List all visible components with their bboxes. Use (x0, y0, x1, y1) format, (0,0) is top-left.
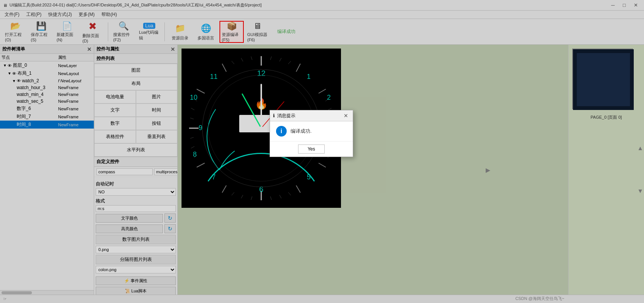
resource-icon: 📁 (174, 23, 186, 35)
compile-button[interactable]: 📦 资源编译(F5) (219, 21, 244, 43)
widget-grid: 图层 布局 电池电量 图片 文字 时间 数字 按钮 表格控件 垂直列表 水平列表 (94, 64, 177, 157)
text-color-button[interactable]: 文字颜色 (96, 214, 163, 223)
modal-titlebar: ℹ 消息提示 ✕ (270, 110, 353, 121)
resource-label: 资源目录 (172, 35, 188, 41)
auto-timer-row: NO (96, 188, 176, 196)
left-panel-close[interactable]: ✕ (87, 46, 92, 52)
lua-edit-button[interactable]: Lua Lua代码编辑 (137, 21, 161, 43)
status-icon: ☞ (3, 297, 7, 301)
multilang-button[interactable]: 🌐 多国语言 (194, 21, 218, 43)
arrow-layer0: ▼ (3, 63, 7, 68)
open-project-button[interactable]: 📂 打开工程(O) (3, 21, 27, 43)
node-name-layout1: 布局_1 (17, 70, 58, 77)
custom-widget-input2[interactable] (154, 168, 177, 175)
digit-image-select[interactable]: 0.png (96, 246, 176, 253)
text-color-icon-button[interactable]: ↻ (164, 214, 176, 223)
left-panel: 控件树清单 ✕ 节点 属性 ▼ 👁 图层_0 NewLayer ▼ 👁 布局_1… (0, 45, 94, 295)
separator-image-select[interactable]: colon.png (96, 266, 176, 273)
widget-table[interactable]: 表格控件 (94, 130, 136, 143)
search-widget-button[interactable]: 🔍 搜索控件(F2) (111, 21, 136, 43)
widget-battery[interactable]: 电池电量 (94, 90, 136, 104)
new-page-button[interactable]: 📄 新建页面(N) (55, 21, 79, 43)
lua-script-button[interactable]: 📜 Lua脚本 (96, 287, 176, 295)
page-thumbnail[interactable] (572, 49, 633, 109)
highlight-color-icon-button[interactable]: ↻ (164, 224, 176, 233)
modal-message: 编译成功. (290, 128, 312, 135)
delete-page-button[interactable]: ✖ 删除页面(D) (80, 21, 105, 43)
auto-timer-select[interactable]: NO (96, 188, 176, 196)
left-panel-title: 控件树清单 (2, 46, 25, 52)
lua-icon: Lua (143, 23, 155, 29)
node-prop-layer0: NewLayer (58, 63, 92, 68)
tree-col-node: 节点 (2, 55, 58, 60)
canvas-scroll-right[interactable]: ▶ (486, 166, 490, 173)
widget-text[interactable]: 文字 (94, 104, 136, 117)
separator-image-select-row: colon.png (96, 266, 176, 273)
widget-vlist[interactable]: 垂直列表 (136, 130, 178, 143)
menu-help[interactable]: 帮助(H) (98, 11, 120, 19)
event-props-button[interactable]: ⚡ 事件属性 (96, 276, 176, 285)
tree-item-time7[interactable]: 时间_7 NewFrame (0, 113, 94, 121)
modal-close-button[interactable]: ✕ (342, 112, 350, 119)
tree-item-watch-min4[interactable]: watch_min_4 NewFrame (0, 91, 94, 98)
compile-icon: 📦 (226, 21, 238, 31)
highlight-color-row: 高亮颜色 ↻ (96, 224, 176, 233)
digit-image-label: 数字图片列表 (96, 235, 176, 244)
tree-item-watch2[interactable]: ▼ 👁 watch_2 f NewLayout (0, 77, 94, 84)
window-title: UI编辑工具(Build:2022-04-01) dial[C:/Users/D… (9, 2, 262, 8)
modal-title-left: ℹ 消息提示 (273, 113, 295, 119)
minimize-button[interactable]: ─ (608, 2, 618, 9)
page-label[interactable]: PAGE_0 [页面 0] (568, 113, 644, 122)
node-name-watch-hour3: watch_hour_3 (17, 85, 58, 90)
multilang-icon: 🌐 (200, 23, 212, 35)
gui-sim-label: GUI模拟器(F6) (247, 32, 268, 42)
widget-layer[interactable]: 图层 (94, 64, 177, 77)
node-prop-layout1: NewLayout (58, 71, 92, 76)
tree-item-watch-hour3[interactable]: watch_hour_3 NewFrame (0, 84, 94, 91)
arrow-watch2: ▼ (12, 79, 16, 83)
tree-item-time8[interactable]: 时间_8 NewFrame (0, 121, 94, 129)
event-props-label: 事件属性 (131, 278, 147, 283)
svg-text:9: 9 (199, 124, 202, 132)
save-project-button[interactable]: 💾 保存工程(S) (29, 21, 53, 43)
tree-item-layer0[interactable]: ▼ 👁 图层_0 NewLayer (0, 61, 94, 69)
node-name-digit6: 数字_6 (17, 105, 58, 112)
separator-image-label: 分隔符图片列表 (96, 255, 176, 264)
node-prop-watch-hour3: NewFrame (58, 85, 92, 90)
menu-file[interactable]: 文件(F) (2, 11, 22, 19)
modal-yes-button[interactable]: Yes (298, 144, 325, 154)
tree-hscroll-thumb[interactable] (2, 291, 32, 294)
gui-sim-icon: 🖥 (251, 21, 264, 31)
menu-shortcut[interactable]: 快捷方式(J) (45, 11, 75, 19)
widget-image[interactable]: 图片 (136, 90, 178, 104)
toolbar-separator-2 (164, 22, 165, 41)
close-button[interactable]: ✕ (630, 2, 641, 9)
tree-item-watch-sec5[interactable]: watch_sec_5 NewFrame (0, 98, 94, 105)
menu-more[interactable]: 更多(M) (76, 11, 98, 19)
svg-text:12: 12 (257, 69, 265, 77)
mid-panel-header: 控件与属性 ✕ (94, 45, 177, 54)
widget-hlist[interactable]: 水平列表 (94, 143, 177, 157)
tree-item-layout1[interactable]: ▼ 👁 布局_1 NewLayout (0, 69, 94, 77)
tree-item-digit6[interactable]: 数字_6 NewFrame (0, 105, 94, 113)
custom-widget-input1[interactable] (96, 168, 153, 175)
widget-button[interactable]: 按钮 (136, 117, 178, 130)
separator-image-row: 分隔符图片列表 (96, 255, 176, 264)
node-prop-watch2: f NewLayout (58, 78, 92, 83)
widget-time[interactable]: 时间 (136, 104, 178, 117)
format-input[interactable] (96, 205, 176, 212)
tree-hscroll[interactable] (0, 290, 94, 295)
mid-panel-close[interactable]: ✕ (170, 46, 175, 52)
maximize-button[interactable]: □ (619, 2, 630, 9)
menu-project[interactable]: 工程(P) (23, 11, 44, 19)
event-props-row: ⚡ 事件属性 (96, 276, 176, 285)
arrow-layout1: ▼ (8, 71, 11, 75)
lua-script-row: 📜 Lua脚本 (96, 287, 176, 295)
canvas-area: 12 1 2 4 5 6 7 8 10 11 🔥 (178, 45, 568, 295)
modal-title-icon: ℹ (273, 113, 275, 118)
highlight-color-button[interactable]: 高亮颜色 (96, 225, 163, 233)
resource-dir-button[interactable]: 📁 资源目录 (168, 21, 192, 43)
gui-sim-button[interactable]: 🖥 GUI模拟器(F6) (245, 21, 270, 43)
widget-number[interactable]: 数字 (94, 117, 136, 130)
widget-layout[interactable]: 布局 (94, 77, 177, 90)
